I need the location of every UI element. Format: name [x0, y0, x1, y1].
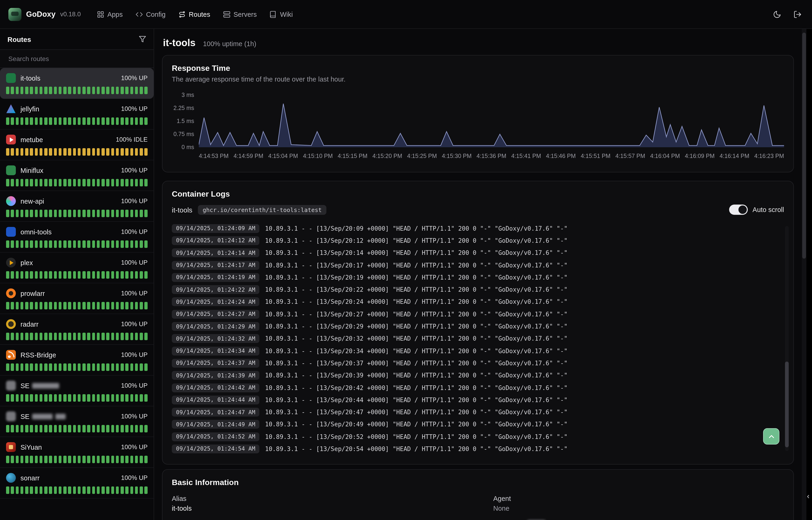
basic-info-card: Basic Information Aliasit-toolsAgentNone… [162, 469, 794, 520]
x-tick-label: 4:15:20 PM [372, 153, 402, 159]
log-row: 09/14/2025, 01:24:14 AM10.89.3.1 - - [13… [172, 247, 784, 259]
nav-item-servers[interactable]: Servers [223, 10, 257, 18]
nav-item-wiki[interactable]: Wiki [269, 10, 293, 18]
uptime-bars [6, 148, 148, 156]
main-nav: AppsConfigRoutesServersWiki [96, 10, 293, 18]
servers-icon [223, 10, 230, 18]
field-value: it-tools [172, 504, 493, 512]
log-timestamp: 09/14/2025, 01:24:22 AM [172, 285, 259, 294]
y-tick-label: 0.75 ms [173, 131, 194, 137]
main-scrollbar[interactable] [802, 29, 806, 520]
container-logs-title: Container Logs [172, 190, 784, 199]
log-timestamp: 09/14/2025, 01:24:47 AM [172, 408, 259, 417]
right-panel-toggle[interactable]: ‹ [806, 29, 812, 520]
route-status: 100% UP [121, 290, 148, 297]
x-tick-label: 4:16:09 PM [685, 153, 715, 159]
route-name: jellyfin [21, 105, 39, 112]
log-message: 10.89.3.1 - - [13/Sep/20:17 +0000] "HEAD… [265, 262, 567, 269]
route-name: SE [21, 413, 66, 420]
nav-item-config[interactable]: Config [135, 10, 166, 18]
route-item-sonarr[interactable]: sonarr100% UP [0, 468, 153, 499]
route-icon-siyuan [6, 442, 16, 452]
log-message: 10.89.3.1 - - [13/Sep/20:09 +0000] "HEAD… [265, 225, 567, 232]
x-tick-label: 4:15:04 PM [268, 153, 298, 159]
logs-scrollbar-thumb[interactable] [785, 362, 789, 447]
y-tick-label: 0 ms [181, 144, 194, 151]
log-message: 10.89.3.1 - - [13/Sep/20:29 +0000] "HEAD… [265, 323, 567, 330]
route-item-masked[interactable]: SE 100% UP [0, 406, 153, 437]
response-time-chart: 3 ms2.25 ms1.5 ms0.75 ms0 ms 4:14:53 PM4… [172, 89, 784, 159]
log-row: 09/14/2025, 01:24:32 AM10.89.3.1 - - [13… [172, 333, 784, 345]
route-item-siyuan[interactable]: SiYuan100% UP [0, 437, 153, 468]
route-icon-masked [6, 411, 16, 421]
log-message: 10.89.3.1 - - [13/Sep/20:27 +0000] "HEAD… [265, 311, 567, 317]
route-item-miniflux[interactable]: Miniflux100% UP [0, 160, 153, 191]
route-item-masked[interactable]: SE 100% UP [0, 375, 153, 406]
logs-scrollbar[interactable] [785, 226, 789, 451]
response-time-title: Response Time [172, 64, 784, 73]
log-message: 10.89.3.1 - - [13/Sep/20:32 +0000] "HEAD… [265, 335, 567, 342]
route-item-new-api[interactable]: new-api100% UP [0, 191, 153, 222]
auto-scroll-toggle[interactable] [729, 205, 748, 215]
log-row: 09/14/2025, 01:24:12 AM10.89.3.1 - - [13… [172, 235, 784, 247]
nav-item-apps[interactable]: Apps [96, 10, 123, 18]
log-row: 09/14/2025, 01:24:42 AM10.89.3.1 - - [13… [172, 382, 784, 394]
x-tick-label: 4:15:30 PM [442, 153, 472, 159]
route-name: it-tools [21, 74, 40, 82]
content-shell: Routes it-tools100% UPjellyfin100% UPmet… [0, 29, 812, 520]
route-status: 100% UP [121, 444, 148, 450]
uptime-bars [6, 487, 148, 494]
routes-list: it-tools100% UPjellyfin100% UPmetube100%… [0, 68, 153, 520]
log-message: 10.89.3.1 - - [13/Sep/20:49 +0000] "HEAD… [265, 421, 567, 428]
main-scrollbar-thumb[interactable] [802, 33, 806, 259]
route-item-prowlarr[interactable]: prowlarr100% UP [0, 283, 153, 314]
log-message: 10.89.3.1 - - [13/Sep/20:52 +0000] "HEAD… [265, 433, 567, 440]
route-item-plex[interactable]: plex100% UP [0, 253, 153, 283]
log-message: 10.89.3.1 - - [13/Sep/20:12 +0000] "HEAD… [265, 237, 567, 244]
response-time-subtitle: The average response time of the route o… [172, 76, 784, 83]
scroll-to-top-button[interactable] [763, 428, 779, 444]
route-item-jellyfin[interactable]: jellyfin100% UP [0, 99, 153, 130]
route-status: 100% UP [121, 382, 148, 389]
log-list: 09/14/2025, 01:24:09 AM10.89.3.1 - - [13… [172, 222, 784, 455]
log-row: 09/14/2025, 01:24:47 AM10.89.3.1 - - [13… [172, 406, 784, 418]
response-time-card: Response Time The average response time … [162, 55, 794, 173]
log-message: 10.89.3.1 - - [13/Sep/20:24 +0000] "HEAD… [265, 298, 567, 306]
route-status: 100% IDLE [116, 136, 148, 143]
route-item-omni-tools[interactable]: omni-tools100% UP [0, 222, 153, 253]
logout-button[interactable] [793, 10, 802, 19]
route-status: 100% UP [121, 259, 148, 266]
filter-button[interactable] [139, 35, 146, 43]
chart-y-axis: 3 ms2.25 ms1.5 ms0.75 ms0 ms [172, 89, 199, 149]
route-item-rss-bridge[interactable]: RSS-Bridge100% UP [0, 345, 153, 375]
route-item-it-tools[interactable]: it-tools100% UP [0, 68, 153, 99]
log-row: 09/14/2025, 01:24:52 AM10.89.3.1 - - [13… [172, 431, 784, 443]
log-timestamp: 09/14/2025, 01:24:34 AM [172, 346, 259, 355]
route-name: new-api [21, 197, 44, 205]
masked-text [56, 414, 66, 419]
toggle-knob [739, 206, 747, 214]
search-input[interactable] [7, 54, 146, 63]
x-tick-label: 4:15:15 PM [338, 153, 368, 159]
log-timestamp: 09/14/2025, 01:24:32 AM [172, 334, 259, 343]
route-status: 100% UP [121, 75, 148, 81]
chart-area [199, 104, 784, 147]
theme-toggle-button[interactable] [773, 10, 781, 19]
route-status: 100% UP [121, 413, 148, 420]
nav-item-routes[interactable]: Routes [178, 10, 210, 18]
log-timestamp: 09/14/2025, 01:24:37 AM [172, 359, 259, 368]
route-name: prowlarr [21, 290, 45, 297]
log-timestamp: 09/14/2025, 01:24:39 AM [172, 371, 259, 380]
log-timestamp: 09/14/2025, 01:24:24 AM [172, 297, 259, 306]
field-label: Agent [493, 495, 784, 502]
route-name: sonarr [21, 474, 39, 482]
route-icon-rss-bridge [6, 350, 16, 360]
x-tick-label: 4:15:46 PM [546, 153, 576, 159]
app-title: GoDoxy [26, 10, 56, 19]
route-item-metube[interactable]: metube100% IDLE [0, 130, 153, 160]
top-navbar: GoDoxy v0.18.0 AppsConfigRoutesServersWi… [0, 0, 812, 29]
brand: GoDoxy v0.18.0 [8, 8, 81, 21]
container-image-badge[interactable]: ghcr.io/corentinth/it-tools:latest [198, 205, 326, 214]
route-item-radarr[interactable]: radarr100% UP [0, 314, 153, 345]
route-name: RSS-Bridge [21, 351, 56, 359]
